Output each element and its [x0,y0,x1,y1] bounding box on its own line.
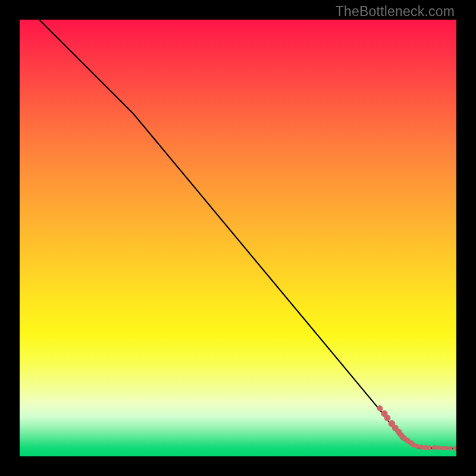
data-point [444,446,447,450]
chart-frame: TheBottleneck.com [0,0,476,476]
data-point [377,406,383,411]
data-point [419,445,424,450]
data-point [448,446,452,450]
chart-overlay [20,20,456,456]
data-point [427,446,431,450]
scatter-dots [377,406,456,451]
data-point [436,446,440,450]
curve-line [39,20,456,449]
watermark-text: TheBottleneck.com [336,4,455,20]
data-point [440,446,444,450]
data-point [384,415,390,421]
data-point [415,444,419,449]
data-point [453,446,456,451]
